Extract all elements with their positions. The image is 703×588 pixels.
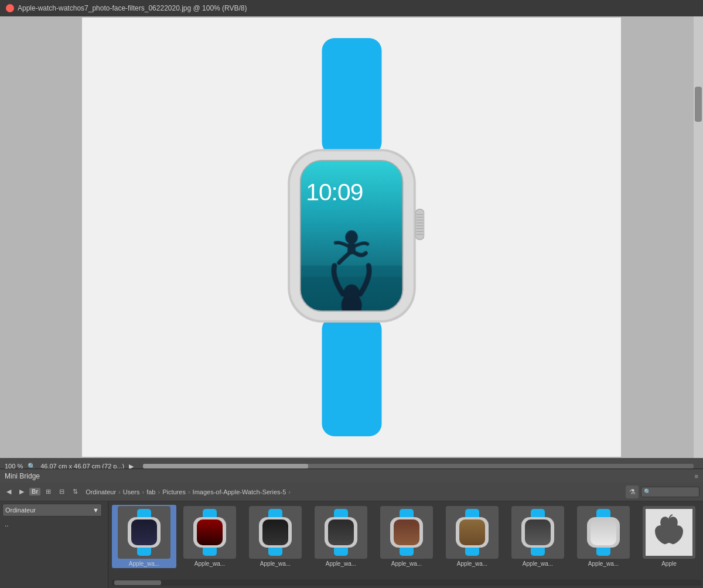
dropdown-arrow-icon: ▼: [93, 507, 99, 514]
breadcrumb-ordinateur[interactable]: Ordinateur: [86, 488, 116, 495]
breadcrumb-users[interactable]: Users: [123, 488, 140, 495]
thumbnail-label-0: Apple_wa...: [113, 560, 175, 567]
svg-rect-55: [525, 519, 551, 545]
mini-bridge-toolbar: ◀ ▶ Br ⊞ ⊟ ⇅ Ordinateur › Users › fab › …: [0, 483, 703, 501]
back-button[interactable]: ◀: [4, 487, 14, 497]
path-breadcrumb: Ordinateur › Users › fab › Pictures › Im…: [83, 488, 623, 495]
breadcrumb-fab[interactable]: fab: [146, 488, 155, 495]
title-bar: Apple-watch-watchos7_photo-face-filters_…: [0, 0, 703, 16]
thumbnails-area: Apple_wa...Apple_wa...Apple_wa...Apple_w…: [108, 501, 703, 588]
thumbnail-item-0[interactable]: Apple_wa...: [112, 505, 176, 568]
svg-text:10:09: 10:09: [306, 179, 363, 206]
thumbnail-item-4[interactable]: Apple_wa...: [374, 505, 439, 568]
thumbnail-label-7: Apple_wa...: [572, 560, 634, 567]
thumbnail-image-6: [511, 506, 564, 559]
close-button[interactable]: [6, 4, 14, 12]
thumbnail-item-6[interactable]: Apple_wa...: [506, 505, 570, 568]
mini-bridge-header: Mini Bridge ≡: [0, 469, 703, 483]
thumbnails-scrollbar-thumb[interactable]: [114, 580, 161, 585]
thumbnail-image-2: [249, 506, 302, 559]
search-box[interactable]: 🔍: [641, 487, 699, 497]
thumbnail-label-5: Apple_wa...: [441, 560, 503, 567]
thumbnail-image-7: [577, 506, 630, 559]
thumbnail-label-1: Apple_wa...: [179, 560, 241, 567]
thumbnail-item-5[interactable]: Apple_wa...: [440, 505, 504, 568]
thumbnail-label-6: Apple_wa...: [507, 560, 569, 567]
svg-point-13: [343, 285, 359, 302]
svg-rect-0: [322, 38, 381, 155]
location-dropdown-value: Ordinateur: [5, 507, 36, 514]
thumbnails-grid: Apple_wa...Apple_wa...Apple_wa...Apple_w…: [108, 501, 703, 580]
thumbnail-item-8[interactable]: Apple: [637, 505, 701, 568]
sort-button[interactable]: ⇅: [70, 487, 81, 497]
canvas-area: 10:09: [0, 16, 703, 458]
thumbnail-image-5: [446, 506, 499, 559]
search-icon: 🔍: [644, 488, 651, 495]
scrollbar-thumb[interactable]: [695, 87, 702, 122]
breadcrumb-folder[interactable]: Images-of-Apple-Watch-Series-5: [193, 488, 286, 495]
svg-rect-51: [459, 519, 485, 545]
mini-bridge-panel: Mini Bridge ≡ ◀ ▶ Br ⊞ ⊟ ⇅ Ordinateur › …: [0, 469, 703, 588]
thumbnail-image-0: [118, 506, 170, 559]
watch-image: 10:09: [234, 38, 469, 436]
mini-bridge-content: Ordinateur ▼ .. Apple_wa...Apple_wa...Ap…: [0, 501, 703, 588]
canvas-scrollbar-right[interactable]: [694, 16, 703, 458]
svg-rect-31: [131, 519, 157, 545]
grid-view-1-button[interactable]: ⊞: [43, 487, 54, 497]
thumbnails-scrollbar[interactable]: [112, 580, 701, 586]
breadcrumb-pictures[interactable]: Pictures: [162, 488, 186, 495]
image-background: 10:09: [82, 18, 621, 457]
grid-view-2-button[interactable]: ⊟: [56, 487, 67, 497]
thumbnail-item-2[interactable]: Apple_wa...: [243, 505, 308, 568]
thumbnail-item-7[interactable]: Apple_wa...: [571, 505, 636, 568]
thumbnail-image-4: [380, 506, 433, 559]
filter-button[interactable]: ⚗: [626, 486, 639, 498]
parent-dir-item[interactable]: ..: [2, 519, 105, 529]
svg-rect-47: [394, 519, 419, 545]
thumbnail-label-3: Apple_wa...: [310, 560, 372, 567]
mini-bridge-expand-icon[interactable]: ≡: [695, 473, 698, 480]
svg-rect-35: [197, 519, 223, 545]
svg-rect-43: [328, 519, 354, 545]
svg-rect-39: [262, 519, 288, 545]
forward-button[interactable]: ▶: [16, 487, 27, 497]
br-badge[interactable]: Br: [29, 488, 40, 495]
location-dropdown[interactable]: Ordinateur ▼: [2, 504, 102, 517]
svg-rect-1: [322, 317, 381, 436]
mini-bridge-title: Mini Bridge: [5, 472, 40, 480]
thumbnail-label-2: Apple_wa...: [244, 560, 306, 567]
svg-rect-59: [591, 519, 616, 545]
window-title: Apple-watch-watchos7_photo-face-filters_…: [18, 4, 247, 12]
thumbnail-image-8: [643, 506, 695, 559]
thumbnail-item-1[interactable]: Apple_wa...: [178, 505, 242, 568]
thumbnail-item-3[interactable]: Apple_wa...: [309, 505, 373, 568]
svg-point-14: [345, 230, 357, 244]
thumbnail-label-8: Apple: [638, 560, 700, 567]
thumbnail-label-4: Apple_wa...: [376, 560, 438, 567]
thumbnail-image-3: [315, 506, 367, 559]
thumbnail-image-1: [183, 506, 236, 559]
sidebar-panel: Ordinateur ▼ ..: [0, 501, 108, 588]
